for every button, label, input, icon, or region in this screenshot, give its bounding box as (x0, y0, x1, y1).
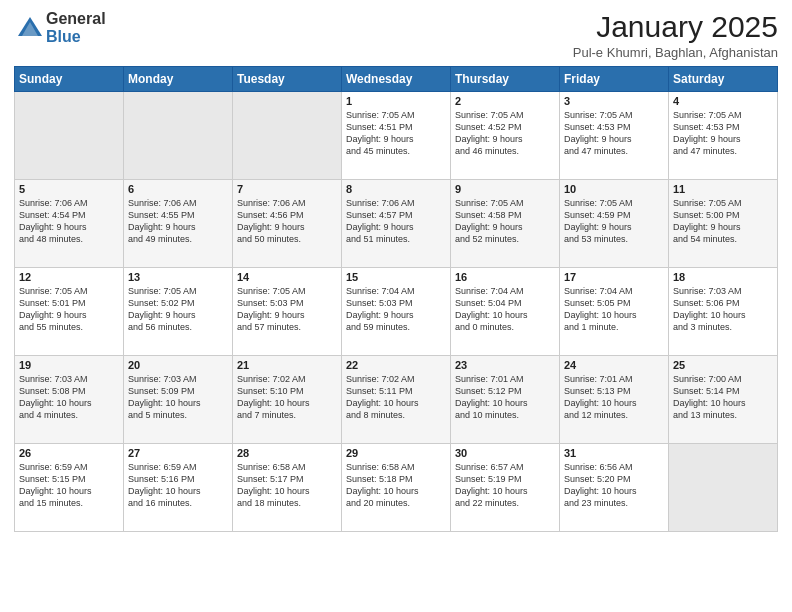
day-number: 11 (673, 183, 773, 195)
day-number: 26 (19, 447, 119, 459)
day-detail: Sunrise: 6:58 AMSunset: 5:17 PMDaylight:… (237, 461, 337, 510)
day-detail: Sunrise: 6:57 AMSunset: 5:19 PMDaylight:… (455, 461, 555, 510)
day-number: 27 (128, 447, 228, 459)
calendar-cell: 5Sunrise: 7:06 AMSunset: 4:54 PMDaylight… (15, 180, 124, 268)
header: General Blue January 2025 Pul-e Khumri, … (14, 10, 778, 60)
day-number: 20 (128, 359, 228, 371)
day-number: 6 (128, 183, 228, 195)
calendar-cell: 28Sunrise: 6:58 AMSunset: 5:17 PMDayligh… (233, 444, 342, 532)
day-detail: Sunrise: 6:59 AMSunset: 5:16 PMDaylight:… (128, 461, 228, 510)
calendar-week-row: 1Sunrise: 7:05 AMSunset: 4:51 PMDaylight… (15, 92, 778, 180)
month-title: January 2025 (573, 10, 778, 43)
weekday-header: Sunday (15, 67, 124, 92)
day-number: 1 (346, 95, 446, 107)
day-detail: Sunrise: 7:05 AMSunset: 4:58 PMDaylight:… (455, 197, 555, 246)
day-detail: Sunrise: 7:04 AMSunset: 5:05 PMDaylight:… (564, 285, 664, 334)
calendar-cell: 15Sunrise: 7:04 AMSunset: 5:03 PMDayligh… (342, 268, 451, 356)
calendar-cell: 31Sunrise: 6:56 AMSunset: 5:20 PMDayligh… (560, 444, 669, 532)
day-number: 28 (237, 447, 337, 459)
day-number: 2 (455, 95, 555, 107)
day-number: 16 (455, 271, 555, 283)
day-number: 13 (128, 271, 228, 283)
calendar-cell: 18Sunrise: 7:03 AMSunset: 5:06 PMDayligh… (669, 268, 778, 356)
day-number: 19 (19, 359, 119, 371)
calendar-cell: 23Sunrise: 7:01 AMSunset: 5:12 PMDayligh… (451, 356, 560, 444)
calendar: SundayMondayTuesdayWednesdayThursdayFrid… (14, 66, 778, 532)
calendar-cell: 7Sunrise: 7:06 AMSunset: 4:56 PMDaylight… (233, 180, 342, 268)
calendar-cell: 6Sunrise: 7:06 AMSunset: 4:55 PMDaylight… (124, 180, 233, 268)
day-detail: Sunrise: 7:03 AMSunset: 5:06 PMDaylight:… (673, 285, 773, 334)
calendar-week-row: 5Sunrise: 7:06 AMSunset: 4:54 PMDaylight… (15, 180, 778, 268)
day-number: 9 (455, 183, 555, 195)
page: General Blue January 2025 Pul-e Khumri, … (0, 0, 792, 612)
day-number: 21 (237, 359, 337, 371)
day-detail: Sunrise: 7:05 AMSunset: 5:02 PMDaylight:… (128, 285, 228, 334)
day-detail: Sunrise: 7:04 AMSunset: 5:04 PMDaylight:… (455, 285, 555, 334)
day-detail: Sunrise: 7:06 AMSunset: 4:55 PMDaylight:… (128, 197, 228, 246)
calendar-cell: 14Sunrise: 7:05 AMSunset: 5:03 PMDayligh… (233, 268, 342, 356)
day-number: 22 (346, 359, 446, 371)
calendar-cell: 27Sunrise: 6:59 AMSunset: 5:16 PMDayligh… (124, 444, 233, 532)
day-detail: Sunrise: 7:03 AMSunset: 5:08 PMDaylight:… (19, 373, 119, 422)
calendar-week-row: 19Sunrise: 7:03 AMSunset: 5:08 PMDayligh… (15, 356, 778, 444)
day-number: 14 (237, 271, 337, 283)
calendar-cell (233, 92, 342, 180)
calendar-cell: 17Sunrise: 7:04 AMSunset: 5:05 PMDayligh… (560, 268, 669, 356)
logo: General Blue (14, 10, 106, 45)
calendar-cell: 20Sunrise: 7:03 AMSunset: 5:09 PMDayligh… (124, 356, 233, 444)
calendar-cell: 8Sunrise: 7:06 AMSunset: 4:57 PMDaylight… (342, 180, 451, 268)
day-number: 12 (19, 271, 119, 283)
calendar-cell: 9Sunrise: 7:05 AMSunset: 4:58 PMDaylight… (451, 180, 560, 268)
location: Pul-e Khumri, Baghlan, Afghanistan (573, 45, 778, 60)
day-number: 31 (564, 447, 664, 459)
calendar-cell: 21Sunrise: 7:02 AMSunset: 5:10 PMDayligh… (233, 356, 342, 444)
day-detail: Sunrise: 7:00 AMSunset: 5:14 PMDaylight:… (673, 373, 773, 422)
calendar-cell: 3Sunrise: 7:05 AMSunset: 4:53 PMDaylight… (560, 92, 669, 180)
logo-text: General Blue (46, 10, 106, 45)
weekday-header: Saturday (669, 67, 778, 92)
calendar-header-row: SundayMondayTuesdayWednesdayThursdayFrid… (15, 67, 778, 92)
calendar-cell: 25Sunrise: 7:00 AMSunset: 5:14 PMDayligh… (669, 356, 778, 444)
day-detail: Sunrise: 6:59 AMSunset: 5:15 PMDaylight:… (19, 461, 119, 510)
day-detail: Sunrise: 7:06 AMSunset: 4:57 PMDaylight:… (346, 197, 446, 246)
calendar-cell: 30Sunrise: 6:57 AMSunset: 5:19 PMDayligh… (451, 444, 560, 532)
calendar-cell: 2Sunrise: 7:05 AMSunset: 4:52 PMDaylight… (451, 92, 560, 180)
logo-general: General (46, 10, 106, 28)
day-detail: Sunrise: 7:06 AMSunset: 4:56 PMDaylight:… (237, 197, 337, 246)
calendar-cell: 16Sunrise: 7:04 AMSunset: 5:04 PMDayligh… (451, 268, 560, 356)
day-number: 7 (237, 183, 337, 195)
day-detail: Sunrise: 7:05 AMSunset: 5:01 PMDaylight:… (19, 285, 119, 334)
calendar-cell: 22Sunrise: 7:02 AMSunset: 5:11 PMDayligh… (342, 356, 451, 444)
day-number: 18 (673, 271, 773, 283)
day-detail: Sunrise: 7:05 AMSunset: 5:03 PMDaylight:… (237, 285, 337, 334)
day-detail: Sunrise: 6:58 AMSunset: 5:18 PMDaylight:… (346, 461, 446, 510)
day-detail: Sunrise: 6:56 AMSunset: 5:20 PMDaylight:… (564, 461, 664, 510)
calendar-cell: 26Sunrise: 6:59 AMSunset: 5:15 PMDayligh… (15, 444, 124, 532)
title-block: January 2025 Pul-e Khumri, Baghlan, Afgh… (573, 10, 778, 60)
calendar-cell: 4Sunrise: 7:05 AMSunset: 4:53 PMDaylight… (669, 92, 778, 180)
day-number: 15 (346, 271, 446, 283)
calendar-cell: 13Sunrise: 7:05 AMSunset: 5:02 PMDayligh… (124, 268, 233, 356)
day-number: 8 (346, 183, 446, 195)
day-detail: Sunrise: 7:01 AMSunset: 5:12 PMDaylight:… (455, 373, 555, 422)
day-number: 3 (564, 95, 664, 107)
day-number: 17 (564, 271, 664, 283)
calendar-cell: 11Sunrise: 7:05 AMSunset: 5:00 PMDayligh… (669, 180, 778, 268)
calendar-cell (124, 92, 233, 180)
calendar-cell (15, 92, 124, 180)
day-number: 5 (19, 183, 119, 195)
calendar-cell: 19Sunrise: 7:03 AMSunset: 5:08 PMDayligh… (15, 356, 124, 444)
day-number: 29 (346, 447, 446, 459)
weekday-header: Friday (560, 67, 669, 92)
day-detail: Sunrise: 7:05 AMSunset: 4:53 PMDaylight:… (564, 109, 664, 158)
day-detail: Sunrise: 7:03 AMSunset: 5:09 PMDaylight:… (128, 373, 228, 422)
day-detail: Sunrise: 7:06 AMSunset: 4:54 PMDaylight:… (19, 197, 119, 246)
day-number: 25 (673, 359, 773, 371)
day-number: 24 (564, 359, 664, 371)
calendar-week-row: 12Sunrise: 7:05 AMSunset: 5:01 PMDayligh… (15, 268, 778, 356)
day-number: 4 (673, 95, 773, 107)
weekday-header: Thursday (451, 67, 560, 92)
calendar-cell: 24Sunrise: 7:01 AMSunset: 5:13 PMDayligh… (560, 356, 669, 444)
calendar-cell: 1Sunrise: 7:05 AMSunset: 4:51 PMDaylight… (342, 92, 451, 180)
day-detail: Sunrise: 7:01 AMSunset: 5:13 PMDaylight:… (564, 373, 664, 422)
